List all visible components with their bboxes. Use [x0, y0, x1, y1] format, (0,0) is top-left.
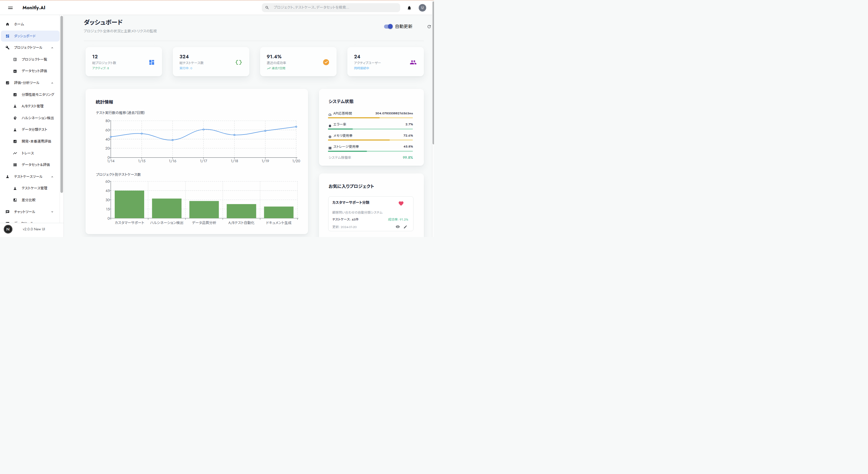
svg-text:1/14: 1/14 — [107, 158, 115, 164]
svg-text:データ品質分析: データ品質分析 — [192, 220, 216, 226]
svg-text:1/19: 1/19 — [262, 158, 269, 164]
svg-text:ドキュメント生成: ドキュメント生成 — [266, 220, 291, 226]
svg-text:ハルシネーション検出: ハルシネーション検出 — [150, 220, 184, 226]
svg-text:0: 0 — [107, 216, 110, 221]
svg-text:45: 45 — [105, 188, 110, 194]
svg-text:1/18: 1/18 — [231, 158, 238, 164]
svg-text:1/16: 1/16 — [169, 158, 177, 164]
svg-text:1/17: 1/17 — [200, 158, 207, 164]
svg-text:15: 15 — [106, 206, 110, 212]
svg-text:60: 60 — [105, 127, 110, 133]
svg-text:20: 20 — [105, 146, 110, 151]
svg-text:60: 60 — [105, 179, 110, 184]
svg-text:A/Bテスト自動化: A/Bテスト自動化 — [228, 220, 255, 226]
svg-text:40: 40 — [105, 137, 110, 142]
svg-text:カスタマーサポート: カスタマーサポート — [115, 220, 144, 226]
svg-text:30: 30 — [105, 197, 110, 203]
svg-text:80: 80 — [105, 118, 110, 124]
svg-text:1/15: 1/15 — [138, 158, 146, 164]
svg-text:1/20: 1/20 — [292, 158, 301, 164]
